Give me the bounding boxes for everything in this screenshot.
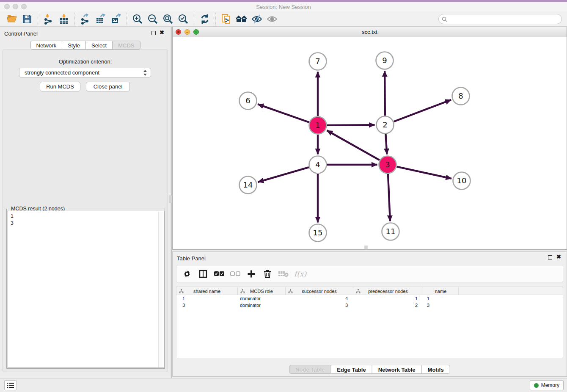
search-input[interactable] <box>449 16 561 22</box>
network-graph[interactable]: 7968124314101511 <box>173 37 567 249</box>
toolbar-separator <box>74 13 75 25</box>
graph-node-8[interactable]: 8 <box>452 88 470 105</box>
graph-edge-1-2[interactable] <box>327 125 375 125</box>
deselect-all-icon[interactable] <box>230 268 241 279</box>
graph-edge-1-6[interactable] <box>258 104 309 122</box>
toggle-column-view-icon[interactable] <box>198 268 209 279</box>
zoom-in-icon[interactable] <box>131 13 144 25</box>
graph-edge-4-14[interactable] <box>258 167 309 182</box>
network-window-titlebar[interactable]: ✕ − + scc.txt <box>173 27 567 37</box>
close-table-panel-icon[interactable]: ✖ <box>556 254 561 260</box>
refresh-layout-icon[interactable] <box>198 13 211 25</box>
graph-edge-2-8[interactable] <box>394 100 451 121</box>
svg-text:9: 9 <box>382 56 387 65</box>
status-bar: Memory <box>0 378 567 392</box>
criterion-select-value: strongly connected component <box>25 69 99 76</box>
tab-network-table[interactable]: Network Table <box>372 365 422 374</box>
cell-predecessor-nodes: 2 <box>353 302 423 309</box>
graph-edge-3-10[interactable] <box>396 167 451 179</box>
open-session-icon[interactable] <box>6 13 18 25</box>
select-all-icon[interactable] <box>214 268 225 279</box>
graph-node-7[interactable]: 7 <box>309 53 327 70</box>
show-all-panels-icon[interactable] <box>235 13 248 25</box>
memory-status-icon <box>534 383 539 388</box>
tab-mcds[interactable]: MCDS <box>112 41 140 50</box>
column-header-name[interactable]: name <box>423 287 459 295</box>
import-network-icon[interactable] <box>42 13 55 25</box>
svg-text:4: 4 <box>315 160 320 169</box>
graph-edge-2-3[interactable] <box>385 134 387 155</box>
float-panel-icon[interactable] <box>151 31 156 35</box>
tab-motifs[interactable]: Motifs <box>421 365 450 374</box>
network-from-clipboard-icon[interactable] <box>220 13 233 25</box>
graph-node-2[interactable]: 2 <box>377 116 394 134</box>
svg-text:8: 8 <box>458 91 463 100</box>
cell-successor-nodes: 4 <box>286 295 353 302</box>
graph-node-15[interactable]: 15 <box>309 224 327 242</box>
task-list-icon <box>7 382 14 388</box>
close-panel-icon[interactable]: ✖ <box>160 29 164 36</box>
tab-network[interactable]: Network <box>30 41 62 50</box>
control-panel: Control Panel ✖ NetworkStyleSelectMCDS O… <box>0 27 171 378</box>
graph-edge-2-9[interactable] <box>385 71 385 116</box>
hide-panels-icon[interactable] <box>250 13 263 25</box>
tab-edge-table[interactable]: Edge Table <box>330 365 372 374</box>
save-session-icon[interactable] <box>21 13 33 25</box>
function-builder-icon[interactable]: f(x) <box>294 268 306 279</box>
graph-node-9[interactable]: 9 <box>376 52 394 69</box>
table-row[interactable]: 3dominator323 <box>176 302 563 309</box>
toggle-birds-eye-icon[interactable] <box>266 13 278 25</box>
close-panel-button[interactable]: Close panel <box>86 82 130 91</box>
zoom-selected-icon[interactable] <box>177 13 190 25</box>
graph-edge-3-1[interactable] <box>327 130 379 160</box>
graph-node-14[interactable]: 14 <box>239 177 257 194</box>
zoom-out-icon[interactable] <box>146 13 159 25</box>
graph-node-10[interactable]: 10 <box>453 172 471 190</box>
tab-select[interactable]: Select <box>85 41 113 50</box>
graph-node-4[interactable]: 4 <box>309 156 327 174</box>
table-toolbar: f(x) <box>176 265 563 282</box>
task-history-button[interactable] <box>4 380 17 390</box>
graph-node-11[interactable]: 11 <box>382 223 399 240</box>
column-header-successor-nodes[interactable]: successor nodes <box>286 287 353 295</box>
window-title: Session: New Session <box>0 4 567 10</box>
export-table-icon[interactable] <box>94 13 107 25</box>
column-header-MCDS-role[interactable]: MCDS role <box>238 287 286 295</box>
tab-style[interactable]: Style <box>62 41 86 50</box>
network-window: ✕ − + scc.txt 7968124314101511 <box>172 27 567 250</box>
settings-icon[interactable] <box>182 268 193 279</box>
import-table-icon[interactable] <box>58 13 70 25</box>
zoom-fit-icon[interactable] <box>162 13 174 25</box>
delete-table-icon[interactable] <box>278 268 289 279</box>
delete-column-icon[interactable] <box>262 268 273 279</box>
graph-node-6[interactable]: 6 <box>239 92 257 110</box>
panel-divider-handle[interactable] <box>169 196 172 203</box>
add-column-icon[interactable] <box>246 268 257 279</box>
svg-text:2: 2 <box>383 120 387 129</box>
run-mcds-button[interactable]: Run MCDS <box>40 82 80 91</box>
network-canvas[interactable]: 7968124314101511 <box>173 37 567 249</box>
mcds-result-line: 1 <box>11 213 164 220</box>
search-field[interactable] <box>438 14 562 24</box>
export-network-icon[interactable] <box>79 13 92 25</box>
column-header-shared-name[interactable]: shared name <box>176 287 238 295</box>
split-resize-handle[interactable] <box>364 246 368 249</box>
mcds-result-text[interactable]: 13 <box>8 211 165 368</box>
toolbar-separator <box>215 13 216 25</box>
graph-edge-3-11[interactable] <box>388 174 390 221</box>
tab-node-table[interactable]: Node Table <box>289 365 331 374</box>
graph-node-1[interactable]: 1 <box>309 117 327 134</box>
graph-node-3[interactable]: 3 <box>379 156 396 174</box>
memory-button[interactable]: Memory <box>530 380 564 390</box>
column-header-predecessor-nodes[interactable]: predecessor nodes <box>353 287 423 295</box>
table-row[interactable]: 1dominator411 <box>176 295 563 302</box>
export-image-icon[interactable] <box>110 13 122 25</box>
table-body: 1dominator4113dominator323 <box>176 295 563 309</box>
float-table-panel-icon[interactable] <box>548 255 552 259</box>
network-window-title: scc.txt <box>173 29 567 35</box>
svg-text:1: 1 <box>315 121 320 130</box>
criterion-select[interactable]: strongly connected component <box>19 68 151 77</box>
mcds-scrollbar[interactable] <box>158 212 163 367</box>
cell-name: 3 <box>423 302 459 309</box>
toolbar-separator <box>127 13 127 25</box>
